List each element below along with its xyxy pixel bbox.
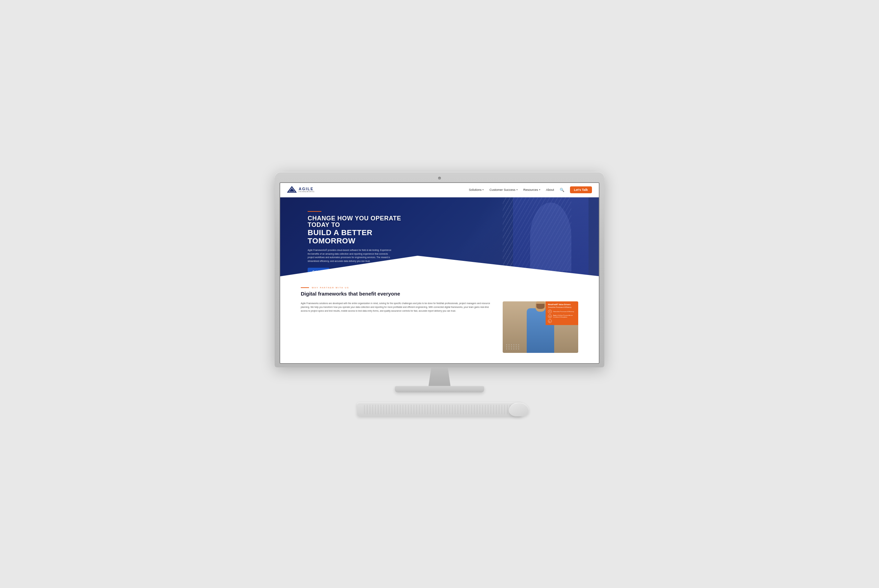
monitor-neck bbox=[426, 367, 453, 386]
site-nav: AGILE FRAMEWORKS Solutions ▾ Customer Su… bbox=[280, 183, 599, 197]
chevron-down-icon: ▾ bbox=[516, 189, 518, 191]
clock-icon: ⊙ bbox=[548, 314, 552, 318]
video-overlay-subtitle: Streamline Processes & Efficiency bbox=[548, 306, 576, 308]
lets-talk-button[interactable]: Let's Talk bbox=[570, 186, 592, 193]
video-overlay-item-1: ≡ Streamline Processes & Efficiency bbox=[548, 310, 576, 314]
nav-about[interactable]: About bbox=[546, 188, 554, 192]
monitor-base bbox=[395, 386, 484, 392]
video-thumbnail[interactable]: MetaField® Value Drivers Streamline Proc… bbox=[502, 302, 578, 353]
chevron-down-icon: ▾ bbox=[539, 189, 540, 191]
video-overlay-item-2: ⊙ Apply a Uniform Process Across Locatio… bbox=[548, 314, 576, 318]
mouse bbox=[509, 403, 529, 416]
person-silhouette bbox=[530, 202, 572, 271]
camera bbox=[438, 177, 441, 180]
logo-sub-text: FRAMEWORKS bbox=[299, 191, 315, 193]
section-label: WHY PARTNER WITH US bbox=[301, 286, 578, 289]
nav-resources[interactable]: Resources ▾ bbox=[523, 188, 540, 192]
video-overlay-title: MetaField® Value Drivers bbox=[548, 303, 576, 306]
video-overlay: MetaField® Value Drivers Streamline Proc… bbox=[546, 302, 578, 325]
nav-solutions[interactable]: Solutions ▾ bbox=[469, 188, 484, 192]
content-body-text: Agile Frameworks solutions are developed… bbox=[301, 302, 492, 313]
nav-customer-success[interactable]: Customer Success ▾ bbox=[489, 188, 518, 192]
section-title: Digital frameworks that benefit everyone bbox=[301, 291, 578, 297]
hero-person-image bbox=[513, 197, 588, 276]
hero-section: CHANGE HOW YOU OPERATE TODAY TO BUILD A … bbox=[280, 197, 599, 276]
chevron-down-icon: ▾ bbox=[482, 189, 484, 191]
desktop-scene: AGILE FRAMEWORKS Solutions ▾ Customer Su… bbox=[268, 172, 611, 416]
nav-links: Solutions ▾ Customer Success ▾ Resources… bbox=[469, 186, 592, 193]
keyboard bbox=[357, 403, 522, 416]
agile-logo-icon bbox=[287, 186, 297, 194]
video-overlay-items: ≡ Streamline Processes & Efficiency ⊙ Ap… bbox=[548, 310, 576, 323]
video-overlay-item-3: ▷ bbox=[548, 319, 576, 323]
monitor: AGILE FRAMEWORKS Solutions ▾ Customer Su… bbox=[274, 172, 604, 367]
hero-title-line2: BUILD A BETTER TOMORROW bbox=[308, 229, 417, 245]
dots-pattern bbox=[506, 344, 519, 350]
get-agile-button[interactable]: Get Agile bbox=[308, 268, 329, 275]
hero-accent-line bbox=[308, 211, 321, 212]
streamline-icon: ≡ bbox=[548, 310, 552, 314]
video-person-beard bbox=[536, 304, 544, 309]
content-section: WHY PARTNER WITH US Digital frameworks t… bbox=[280, 276, 599, 363]
video-person-head bbox=[535, 302, 546, 312]
screen: AGILE FRAMEWORKS Solutions ▾ Customer Su… bbox=[279, 182, 600, 364]
content-row: Agile Frameworks solutions are developed… bbox=[301, 302, 578, 353]
hero-content: CHANGE HOW YOU OPERATE TODAY TO BUILD A … bbox=[308, 211, 417, 275]
play-icon: ▷ bbox=[548, 319, 552, 323]
search-icon[interactable]: 🔍 bbox=[560, 188, 564, 192]
hero-subtitle: Agile Frameworks® provides cloud-based s… bbox=[308, 249, 393, 263]
hero-title-line1: CHANGE HOW YOU OPERATE TODAY TO bbox=[308, 215, 417, 229]
keyboard-mouse-row bbox=[330, 392, 549, 416]
nav-logo: AGILE FRAMEWORKS bbox=[287, 186, 315, 194]
